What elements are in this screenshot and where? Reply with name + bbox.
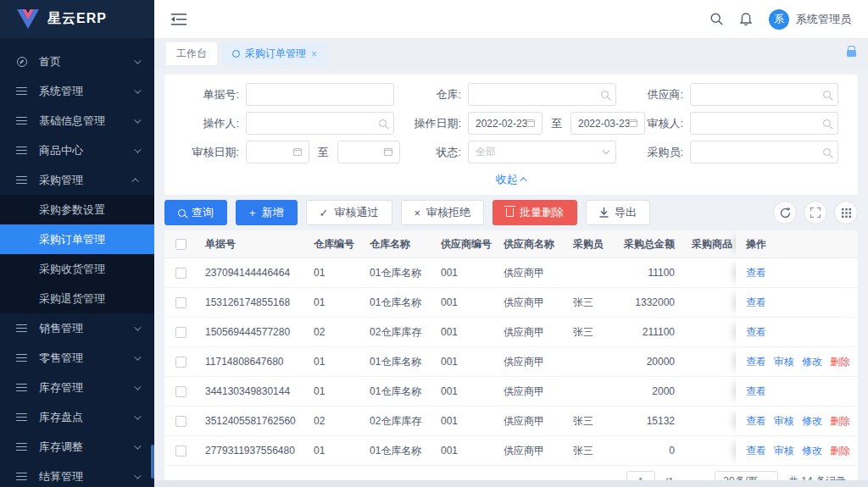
table-row: 27793119375564800101仓库名称001供应商甲张三0查看审核修改…: [164, 436, 858, 466]
table-cell: 02: [305, 318, 361, 346]
search-button[interactable]: 查询: [164, 200, 227, 225]
warehouse-input[interactable]: [468, 83, 616, 106]
page-size-select[interactable]: 20条/页: [715, 471, 778, 480]
fullscreen-icon: [810, 208, 821, 218]
order-no-input[interactable]: [246, 83, 394, 106]
action-link[interactable]: 查看: [746, 266, 766, 280]
sidebar-item[interactable]: 销售管理: [0, 313, 154, 343]
row-actions: 查看: [736, 288, 858, 317]
column-settings-button[interactable]: [834, 201, 858, 224]
op-date-from-input[interactable]: 2022-02-23: [468, 112, 542, 135]
export-button[interactable]: 导出: [586, 200, 650, 225]
search-icon[interactable]: [710, 13, 723, 25]
row-checkbox[interactable]: [175, 357, 186, 368]
fullscreen-button[interactable]: [804, 201, 827, 224]
cross-icon: ×: [415, 208, 421, 219]
bell-icon[interactable]: [740, 13, 752, 26]
table-cell: 01: [305, 258, 361, 287]
buyer-input[interactable]: [690, 141, 838, 163]
supplier-input[interactable]: [690, 83, 838, 106]
auditor-input[interactable]: [690, 112, 838, 135]
action-link[interactable]: 查看: [746, 444, 766, 458]
user-menu[interactable]: 系 系统管理员: [769, 9, 851, 30]
select-all-checkbox[interactable]: [175, 239, 186, 250]
audit-date-to-input[interactable]: [337, 141, 401, 163]
sidebar-item[interactable]: 结算管理: [0, 462, 154, 487]
sidebar-subitem[interactable]: 采购参数设置: [0, 195, 154, 224]
row-checkbox[interactable]: [175, 268, 186, 279]
action-link[interactable]: 删除: [830, 355, 850, 369]
action-link[interactable]: 查看: [746, 414, 766, 429]
menu-icon: [16, 473, 27, 481]
sidebar-item[interactable]: 系统管理: [0, 76, 154, 106]
calendar-icon: [384, 148, 392, 156]
sidebar-scrollbar[interactable]: [151, 445, 154, 479]
sidebar-item[interactable]: 库存调整: [0, 432, 154, 462]
operator-input[interactable]: [246, 112, 394, 135]
sidebar-item[interactable]: 商品中心: [0, 136, 154, 165]
field-status: 状态: 全部: [400, 141, 622, 163]
action-link[interactable]: 修改: [802, 444, 822, 458]
collapse-filters-link[interactable]: 收起: [178, 169, 844, 193]
search-icon: [823, 91, 831, 98]
row-checkbox[interactable]: [175, 386, 186, 397]
row-checkbox[interactable]: [175, 445, 186, 457]
action-link[interactable]: 查看: [746, 296, 766, 310]
tab-purchase-order[interactable]: 采购订单管理 ×: [222, 42, 327, 65]
row-checkbox[interactable]: [175, 416, 186, 427]
sidebar-subitem[interactable]: 采购订单管理: [0, 224, 154, 254]
add-button[interactable]: + 新增: [236, 200, 298, 225]
close-tab-icon[interactable]: ×: [311, 49, 317, 59]
table-cell: 001: [432, 377, 495, 406]
action-link[interactable]: 删除: [830, 444, 850, 458]
op-date-to-input[interactable]: 2022-03-23: [570, 112, 645, 135]
audit-date-from-input[interactable]: [246, 141, 309, 163]
batch-delete-button[interactable]: 批量删除: [492, 200, 577, 225]
table-cell: 001: [432, 258, 495, 287]
page-number-input[interactable]: 1: [626, 471, 655, 480]
row-checkbox[interactable]: [175, 297, 186, 308]
collapse-sidebar-icon[interactable]: [171, 14, 186, 25]
table-cell: 01: [305, 377, 361, 406]
sidebar-subitem[interactable]: 采购收货管理: [0, 254, 154, 284]
table-cell: [687, 288, 736, 317]
action-link[interactable]: 查看: [746, 385, 766, 399]
table-cell: 02: [305, 407, 361, 435]
table-cell: 001: [432, 436, 495, 465]
chevron-down-icon: [134, 412, 141, 419]
row-checkbox[interactable]: [175, 327, 186, 338]
tab-workbench[interactable]: 工作台: [166, 42, 217, 65]
table-cell: 20000: [614, 347, 687, 376]
action-link[interactable]: 修改: [802, 414, 822, 429]
action-link[interactable]: 审核: [774, 355, 794, 369]
action-link[interactable]: 审核: [774, 444, 794, 458]
sidebar-item-label: 商品中心: [39, 143, 83, 158]
lock-tabs-icon[interactable]: [847, 50, 856, 57]
approve-button[interactable]: ✓ 审核通过: [306, 200, 392, 225]
main-area: 系 系统管理员 工作台 采购订单管理 × 单据号:: [154, 0, 868, 487]
refresh-button[interactable]: [773, 201, 797, 224]
sidebar: 星云ERP 首页系统管理基础信息管理商品中心采购管理采购参数设置采购订单管理采购…: [0, 0, 154, 487]
table-cell: 001: [432, 407, 495, 435]
action-link[interactable]: 审核: [774, 414, 794, 429]
field-audit-date: 审核日期: 至: [178, 141, 400, 163]
grid-icon: [842, 208, 851, 218]
chevron-down-icon: [764, 477, 771, 480]
sidebar-item[interactable]: 库存盘点: [0, 402, 154, 432]
action-link[interactable]: 删除: [830, 414, 850, 429]
action-link[interactable]: 查看: [746, 325, 766, 340]
sidebar-item[interactable]: 首页: [0, 47, 154, 76]
sidebar-item[interactable]: 零售管理: [0, 343, 154, 373]
table-cell: 2779311937556480: [197, 436, 305, 465]
row-actions: 查看审核修改删除: [736, 407, 858, 435]
sidebar-item[interactable]: 采购管理: [0, 165, 154, 195]
action-link[interactable]: 修改: [802, 355, 822, 369]
action-link[interactable]: 查看: [746, 355, 766, 369]
horizontal-scrollbar[interactable]: [154, 480, 868, 487]
status-select[interactable]: 全部: [468, 141, 616, 163]
sidebar-item[interactable]: 基础信息管理: [0, 106, 154, 136]
sidebar-item[interactable]: 库存管理: [0, 373, 154, 402]
sidebar-item-label: 采购管理: [39, 173, 83, 188]
sidebar-subitem[interactable]: 采购退货管理: [0, 284, 154, 313]
reject-button[interactable]: × 审核拒绝: [401, 200, 485, 225]
